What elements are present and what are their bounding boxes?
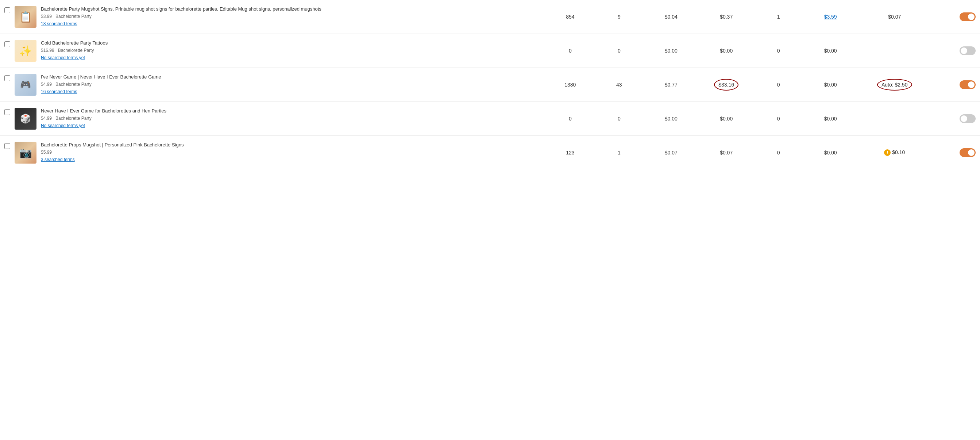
toggle-switch-0[interactable] <box>959 13 975 21</box>
product-title-3: Never Have I Ever Game for Bachelorettes… <box>41 108 541 114</box>
searched-terms-link-0[interactable]: 18 searched terms <box>41 21 77 26</box>
acos-0: $0.07 <box>858 0 931 34</box>
revenue-2: $0.00 <box>803 68 858 102</box>
product-title-4: Bachelorette Props Mugshot | Personalize… <box>41 142 541 148</box>
product-title-1: Gold Bachelorette Party Tattoos <box>41 40 541 46</box>
acos-4: !$0.10 <box>858 136 931 170</box>
clicks-4: 1 <box>595 136 644 170</box>
revenue-4: $0.00 <box>803 136 858 170</box>
orders-2: 0 <box>754 68 803 102</box>
toggle-cell-0 <box>931 0 980 34</box>
clicks-1: 0 <box>595 34 644 68</box>
product-info-3: Never Have I Ever Game for Bachelorettes… <box>41 108 541 128</box>
toggle-cell-2 <box>931 68 980 102</box>
toggle-slider-2 <box>959 80 975 89</box>
ctr-1: $0.00 <box>644 34 699 68</box>
table-row: Never Have I Ever Game for Bachelorettes… <box>0 102 980 136</box>
ctr-0: $0.04 <box>644 0 699 34</box>
revenue-link-0[interactable]: $3.59 <box>824 14 837 20</box>
products-table: Bachelorette Party Mugshot Signs, Printa… <box>0 0 980 169</box>
impressions-3: 0 <box>546 102 595 136</box>
row-checkbox-4[interactable] <box>5 143 10 149</box>
toggle-slider-1 <box>959 46 975 55</box>
row-checkbox-3[interactable] <box>5 109 10 115</box>
toggle-switch-2[interactable] <box>959 80 975 89</box>
impressions-0: 854 <box>546 0 595 34</box>
product-title-0: Bachelorette Party Mugshot Signs, Printa… <box>41 6 541 13</box>
spend-1: $0.00 <box>699 34 754 68</box>
product-thumbnail-0 <box>14 6 37 28</box>
row-checkbox-2[interactable] <box>5 75 10 81</box>
ctr-3: $0.00 <box>644 102 699 136</box>
toggle-slider-3 <box>959 114 975 123</box>
revenue-3: $0.00 <box>803 102 858 136</box>
spend-4: $0.07 <box>699 136 754 170</box>
clicks-2: 43 <box>595 68 644 102</box>
toggle-cell-3 <box>931 102 980 136</box>
toggle-cell-4 <box>931 136 980 170</box>
product-meta-2: $4.99 Bachelorette Party <box>41 82 541 87</box>
product-info-1: Gold Bachelorette Party Tattoos $16.99 B… <box>41 40 541 60</box>
orders-4: 0 <box>754 136 803 170</box>
product-cell-4: Bachelorette Props Mugshot | Personalize… <box>0 136 546 170</box>
table-row: Bachelorette Party Mugshot Signs, Printa… <box>0 0 980 34</box>
spend-0: $0.37 <box>699 0 754 34</box>
searched-terms-link-2[interactable]: 16 searched terms <box>41 89 77 94</box>
product-meta-1: $16.99 Bachelorette Party <box>41 48 541 53</box>
product-cell-3: Never Have I Ever Game for Bachelorettes… <box>0 102 546 136</box>
ctr-2: $0.77 <box>644 68 699 102</box>
row-checkbox-1[interactable] <box>5 41 10 47</box>
product-info-0: Bachelorette Party Mugshot Signs, Printa… <box>41 6 541 26</box>
spend-circled-2: $33.16 <box>714 79 738 91</box>
product-thumbnail-4 <box>14 142 37 164</box>
product-cell-2: I've Never Game | Never Have I Ever Bach… <box>0 68 546 102</box>
spend-2: $33.16 <box>699 68 754 102</box>
impressions-1: 0 <box>546 34 595 68</box>
product-meta-4: $5.99 <box>41 150 541 155</box>
product-thumbnail-1 <box>14 40 37 62</box>
clicks-3: 0 <box>595 102 644 136</box>
clicks-0: 9 <box>595 0 644 34</box>
row-checkbox-0[interactable] <box>5 7 10 13</box>
searched-terms-link-4[interactable]: 3 searched terms <box>41 157 75 162</box>
products-table-container: Bachelorette Party Mugshot Signs, Printa… <box>0 0 980 169</box>
product-info-4: Bachelorette Props Mugshot | Personalize… <box>41 142 541 162</box>
revenue-0: $3.59 <box>803 0 858 34</box>
orders-0: 1 <box>754 0 803 34</box>
impressions-2: 1380 <box>546 68 595 102</box>
acos-value-4: $0.10 <box>892 149 905 155</box>
revenue-1: $0.00 <box>803 34 858 68</box>
acos-1 <box>858 34 931 68</box>
table-row: Bachelorette Props Mugshot | Personalize… <box>0 136 980 170</box>
toggle-cell-1 <box>931 34 980 68</box>
impressions-4: 123 <box>546 136 595 170</box>
orders-3: 0 <box>754 102 803 136</box>
product-info-2: I've Never Game | Never Have I Ever Bach… <box>41 74 541 94</box>
toggle-slider-0 <box>959 13 975 21</box>
product-thumbnail-2 <box>14 74 37 96</box>
toggle-switch-3[interactable] <box>959 114 975 123</box>
searched-terms-link-3[interactable]: No searched terms yet <box>41 123 85 128</box>
product-title-2: I've Never Game | Never Have I Ever Bach… <box>41 74 541 80</box>
table-row: Gold Bachelorette Party Tattoos $16.99 B… <box>0 34 980 68</box>
toggle-switch-4[interactable] <box>959 148 975 157</box>
product-meta-3: $4.99 Bachelorette Party <box>41 116 541 121</box>
product-meta-0: $3.99 Bachelorette Party <box>41 14 541 19</box>
product-cell-1: Gold Bachelorette Party Tattoos $16.99 B… <box>0 34 546 68</box>
ctr-4: $0.07 <box>644 136 699 170</box>
acos-circled-2: Auto: $2.50 <box>877 79 912 91</box>
searched-terms-link-1[interactable]: No searched terms yet <box>41 55 85 60</box>
table-row: I've Never Game | Never Have I Ever Bach… <box>0 68 980 102</box>
toggle-slider-4 <box>959 148 975 157</box>
warning-icon-4: ! <box>884 149 891 156</box>
acos-2: Auto: $2.50 <box>858 68 931 102</box>
product-cell-0: Bachelorette Party Mugshot Signs, Printa… <box>0 0 546 34</box>
toggle-switch-1[interactable] <box>959 46 975 55</box>
acos-3 <box>858 102 931 136</box>
orders-1: 0 <box>754 34 803 68</box>
product-thumbnail-3 <box>14 108 37 130</box>
spend-3: $0.00 <box>699 102 754 136</box>
